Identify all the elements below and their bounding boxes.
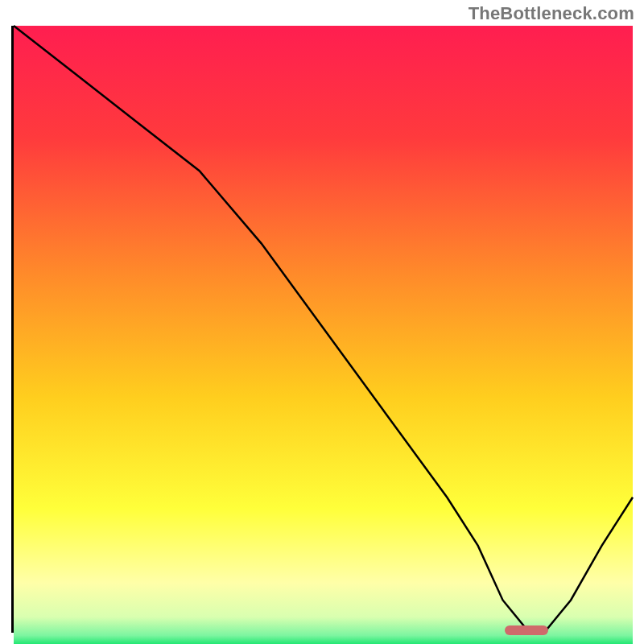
optimal-range-marker (505, 625, 548, 635)
chart-container: TheBottleneck.com (0, 0, 644, 644)
bottleneck-curve (14, 26, 633, 630)
attribution-text: TheBottleneck.com (469, 3, 634, 24)
plot-area (11, 26, 633, 633)
